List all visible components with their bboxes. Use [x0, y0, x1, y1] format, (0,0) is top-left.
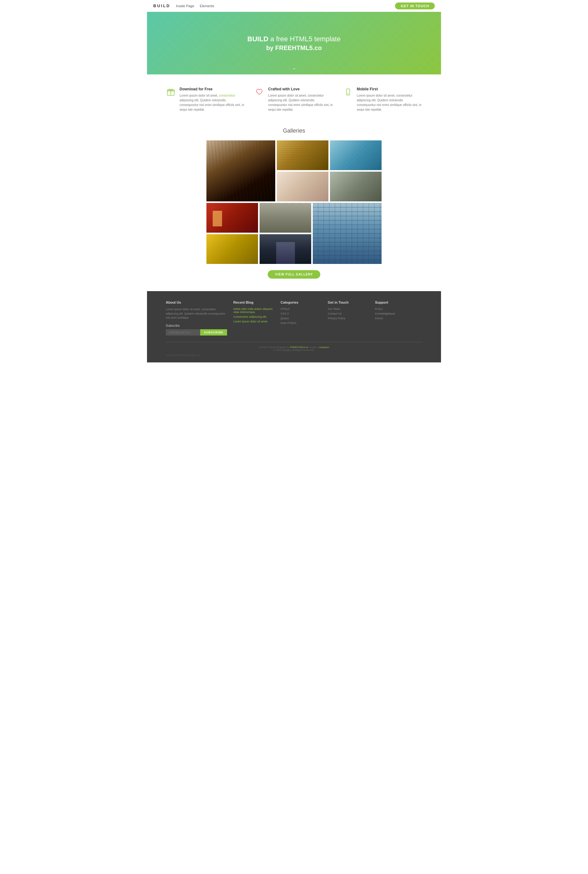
- gallery-item-7[interactable]: [260, 203, 311, 232]
- footer-team-link[interactable]: Our Team: [328, 307, 369, 310]
- features-section: Download for Free Lorem ipsum dolor sit …: [147, 74, 441, 121]
- footer-freehtml5-link[interactable]: FREEHTML5.co: [290, 346, 308, 349]
- feature-mobile: Mobile First Lorem ipsum dolor sit amet,…: [343, 87, 422, 112]
- feature-download: Download for Free Lorem ipsum dolor sit …: [166, 87, 245, 112]
- gallery-item-4[interactable]: [277, 172, 328, 201]
- hero-build: BUILD: [248, 35, 268, 43]
- footer-cat-jquery[interactable]: jQuery: [280, 317, 321, 320]
- navbar-logo: BUILD: [153, 3, 171, 8]
- footer-contact-link[interactable]: Contact Us: [328, 312, 369, 315]
- footer-about: About Us Lorem ipsum dolor sit amet, con…: [166, 300, 233, 336]
- subscribe-button[interactable]: SUBSCRIBE: [200, 329, 227, 336]
- hero-arrow: ⌄: [292, 65, 296, 70]
- view-gallery-wrap: VIEW FULL GALLERY: [166, 270, 422, 279]
- navbar-left: BUILD Inside Page Elements: [153, 3, 214, 8]
- gallery-item-10[interactable]: [260, 234, 311, 264]
- subscribe-label: Subscribe: [166, 324, 227, 327]
- feature-crafted-title: Crafted with Love: [268, 87, 333, 91]
- footer-about-text: Lorem ipsum dolor sit amet, consectetur …: [166, 307, 227, 320]
- gallery-item-1[interactable]: [206, 140, 275, 201]
- feature-mobile-title: Mobile First: [357, 87, 422, 91]
- footer-blog-link-3[interactable]: Lorem ipsum dolor sit amet.: [233, 320, 274, 323]
- footer-privacy-link[interactable]: Privacy Policy: [328, 317, 369, 320]
- svg-rect-2: [346, 89, 350, 95]
- footer-support: Support FAQ's Knowledgebase Forum: [375, 300, 422, 336]
- footer-blog-title: Recent Blog: [233, 300, 274, 304]
- footer-about-title: About Us: [166, 300, 227, 304]
- footer-categories: Categories HTML5 CSS 3 jQuery Free HTML5: [280, 300, 328, 336]
- subscribe-form: SUBSCRIBE: [166, 329, 227, 336]
- mobile-icon: [343, 87, 353, 97]
- footer-credit-text: A Free HTML5 Template by: [259, 346, 290, 349]
- feature-crafted: Crafted with Love Lorem ipsum dolor sit …: [254, 87, 333, 112]
- footer-get-in-touch: Get in Touch Our Team Contact Us Privacy…: [328, 300, 375, 336]
- galleries-section: Galleries: [147, 121, 441, 291]
- navbar: BUILD Inside Page Elements GET IN TOUCH: [147, 0, 441, 12]
- gallery-item-8[interactable]: [313, 203, 382, 264]
- feature-mobile-content: Mobile First Lorem ipsum dolor sit amet,…: [357, 87, 422, 112]
- hero-title-line2: by FREEHTML5.co: [266, 44, 322, 52]
- footer-kb-link[interactable]: Knowledgebase: [375, 312, 416, 315]
- hero-section: BUILD a free HTML5 template by FREEHTML5…: [147, 12, 441, 74]
- feature-download-title: Download for Free: [180, 87, 245, 91]
- footer-blog-link-1[interactable]: Nobis odio nulla autem aliquam vitae dol…: [233, 307, 274, 313]
- footer: About Us Lorem ipsum dolor sit amet, con…: [147, 291, 441, 363]
- subscribe-input[interactable]: [166, 329, 200, 336]
- navbar-link-inside[interactable]: Inside Page: [176, 4, 194, 8]
- footer-forum-link[interactable]: Forum: [375, 317, 416, 320]
- footer-cat-freehtml5[interactable]: Free HTML5: [280, 321, 321, 325]
- footer-img-credit: Images:: [309, 346, 319, 349]
- heart-icon: [254, 87, 264, 97]
- footer-faq-link[interactable]: FAQ's: [375, 307, 416, 310]
- footer-copyright: © 2015 Display. All Rights Reserved.: [166, 349, 422, 351]
- feature-crafted-text: Lorem ipsum dolor sit amet, consectetur …: [268, 93, 333, 112]
- footer-categories-title: Categories: [280, 300, 321, 304]
- feature-crafted-content: Crafted with Love Lorem ipsum dolor sit …: [268, 87, 333, 112]
- footer-cat-html5[interactable]: HTML5: [280, 307, 321, 310]
- gallery-item-9[interactable]: [206, 234, 258, 264]
- footer-unsplash-link[interactable]: Unsplash: [319, 346, 329, 349]
- gallery-item-3[interactable]: [330, 140, 382, 170]
- footer-blog: Recent Blog Nobis odio nulla autem aliqu…: [233, 300, 280, 336]
- footer-url: www.freehtml5christiancollege.com: [166, 354, 422, 356]
- view-gallery-button[interactable]: VIEW FULL GALLERY: [268, 270, 321, 279]
- feature-download-text: Lorem ipsum dolor sit amet, consectetur …: [180, 93, 245, 112]
- galleries-title: Galleries: [166, 127, 422, 134]
- footer-support-title: Support: [375, 300, 416, 304]
- hero-subtitle-text: a free HTML5 template: [270, 35, 340, 43]
- gallery-item-5[interactable]: [330, 172, 382, 201]
- gallery-item-6[interactable]: [206, 203, 258, 232]
- footer-bottom: A Free HTML5 Template by FREEHTML5.co Im…: [166, 342, 422, 351]
- gift-icon: [166, 87, 176, 97]
- navbar-link-elements[interactable]: Elements: [200, 4, 214, 8]
- feature-download-link[interactable]: consectetur: [219, 94, 235, 97]
- footer-get-in-touch-title: Get in Touch: [328, 300, 369, 304]
- footer-credit: A Free HTML5 Template by FREEHTML5.co Im…: [166, 346, 422, 349]
- get-in-touch-button[interactable]: GET IN TOUCH: [395, 3, 435, 9]
- footer-columns: About Us Lorem ipsum dolor sit amet, con…: [166, 300, 422, 336]
- gallery-item-2[interactable]: [277, 140, 328, 170]
- footer-blog-link-2[interactable]: Consectetur adipiscing elit.: [233, 315, 274, 318]
- feature-mobile-text: Lorem ipsum dolor sit amet, consectetur …: [357, 93, 422, 112]
- feature-download-content: Download for Free Lorem ipsum dolor sit …: [180, 87, 245, 112]
- hero-title-line1: BUILD a free HTML5 template: [248, 35, 340, 43]
- footer-cat-css3[interactable]: CSS 3: [280, 312, 321, 315]
